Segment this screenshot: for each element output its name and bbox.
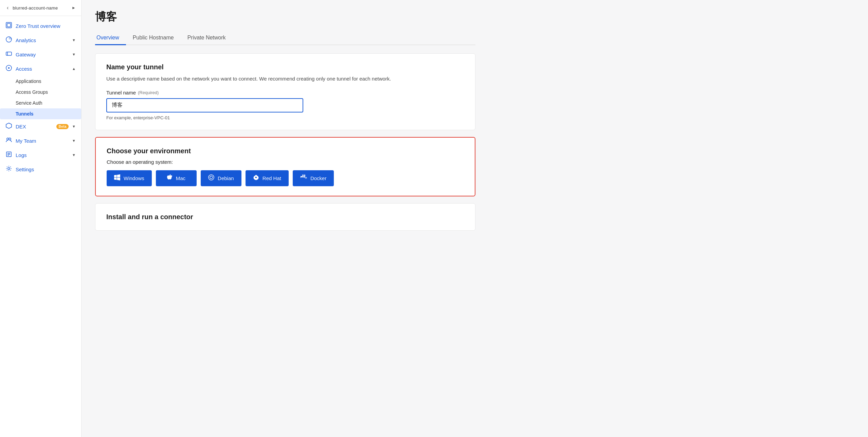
back-button[interactable]: ‹ <box>5 4 10 12</box>
sidebar: ‹ blurred-account-name ► Zero Trust over… <box>0 0 82 437</box>
svg-point-6 <box>8 67 10 69</box>
svg-rect-21 <box>304 175 305 176</box>
sidebar-item-service-auth[interactable]: Service Auth <box>0 98 81 108</box>
debian-label: Debian <box>218 175 234 181</box>
mac-label: Mac <box>176 175 185 181</box>
sidebar-item-zero-trust[interactable]: Zero Trust overview <box>0 19 81 33</box>
sidebar-item-tunnels[interactable]: Tunnels <box>0 108 81 119</box>
redhat-label: Red Hat <box>263 175 281 181</box>
field-hint: For example, enterprise-VPC-01 <box>106 115 464 120</box>
gateway-chevron: ▼ <box>72 52 76 56</box>
dex-chevron: ▼ <box>72 124 76 128</box>
expand-icon: ► <box>72 5 76 10</box>
svg-rect-1 <box>7 23 11 27</box>
svg-point-9 <box>9 138 11 140</box>
os-windows-button[interactable]: Windows <box>107 170 152 186</box>
svg-point-16 <box>210 176 213 179</box>
tunnels-label: Tunnels <box>16 111 34 117</box>
zero-trust-icon <box>5 22 12 30</box>
dex-icon <box>5 123 12 130</box>
docker-icon <box>300 174 307 182</box>
tabs: Overview Public Hostname Private Network <box>95 31 475 45</box>
tab-public-hostname[interactable]: Public Hostname <box>131 31 181 45</box>
my-team-icon <box>5 137 12 144</box>
sidebar-item-analytics-label: Analytics <box>16 37 69 43</box>
service-auth-label: Service Auth <box>16 100 42 106</box>
access-chevron: ▲ <box>72 67 76 71</box>
access-groups-label: Access Groups <box>16 89 48 95</box>
sidebar-item-access-groups[interactable]: Access Groups <box>0 87 81 98</box>
environment-title: Choose your environment <box>107 147 464 155</box>
page-title: 博客 <box>95 10 475 24</box>
main-content: 博客 Overview Public Hostname Private Netw… <box>82 0 868 437</box>
sidebar-item-access[interactable]: Access ▲ <box>0 62 81 76</box>
tunnel-name-card: Name your tunnel Use a descriptive name … <box>95 53 475 130</box>
logs-icon <box>5 151 12 159</box>
applications-label: Applications <box>16 78 41 84</box>
sidebar-item-logs[interactable]: Logs ▼ <box>0 148 81 162</box>
dex-beta-badge: Beta <box>56 124 69 129</box>
sidebar-item-zero-trust-label: Zero Trust overview <box>16 23 76 29</box>
sidebar-item-settings[interactable]: Settings <box>0 162 81 176</box>
environment-card: Choose your environment Choose an operat… <box>95 137 475 196</box>
gateway-icon <box>5 51 12 58</box>
windows-icon <box>114 174 120 182</box>
tunnel-field-label: Tunnel name (Required) <box>106 90 464 95</box>
sidebar-item-access-label: Access <box>16 66 69 72</box>
svg-marker-7 <box>6 123 12 128</box>
os-label: Choose an operating system: <box>107 159 464 165</box>
svg-point-14 <box>8 168 10 170</box>
redhat-icon <box>253 174 259 182</box>
sidebar-item-my-team-label: My Team <box>16 138 69 144</box>
access-icon <box>5 65 12 72</box>
account-name: blurred-account-name <box>13 5 69 11</box>
tunnel-name-input[interactable] <box>106 98 303 112</box>
os-buttons: Windows Mac Debian <box>107 170 464 186</box>
windows-label: Windows <box>124 175 144 181</box>
sidebar-item-dex[interactable]: DEX Beta ▼ <box>0 119 81 134</box>
sidebar-item-applications[interactable]: Applications <box>0 76 81 87</box>
analytics-icon <box>5 36 12 44</box>
os-redhat-button[interactable]: Red Hat <box>246 170 289 186</box>
logs-chevron: ▼ <box>72 153 76 157</box>
svg-point-8 <box>7 138 9 140</box>
svg-rect-17 <box>301 176 302 177</box>
tab-overview[interactable]: Overview <box>95 31 126 45</box>
svg-rect-19 <box>304 176 305 177</box>
install-title: Install and run a connector <box>106 213 464 221</box>
install-card: Install and run a connector <box>95 203 475 231</box>
sidebar-item-my-team[interactable]: My Team ▼ <box>0 134 81 148</box>
docker-label: Docker <box>310 175 327 181</box>
tunnel-name-title: Name your tunnel <box>106 63 464 71</box>
sidebar-item-gateway[interactable]: Gateway ▼ <box>0 47 81 62</box>
sidebar-nav: Zero Trust overview Analytics ▼ Gateway … <box>0 16 81 179</box>
sidebar-item-logs-label: Logs <box>16 152 69 158</box>
svg-rect-3 <box>6 52 12 55</box>
tab-private-network[interactable]: Private Network <box>186 31 233 45</box>
svg-rect-20 <box>302 175 304 176</box>
my-team-chevron: ▼ <box>72 139 76 143</box>
os-docker-button[interactable]: Docker <box>293 170 334 186</box>
mac-icon <box>167 174 173 182</box>
sidebar-item-analytics[interactable]: Analytics ▼ <box>0 33 81 47</box>
svg-rect-18 <box>302 176 304 177</box>
sidebar-item-dex-label: DEX <box>16 124 53 129</box>
field-required: (Required) <box>138 90 159 95</box>
os-mac-button[interactable]: Mac <box>156 170 197 186</box>
tunnel-name-desc: Use a descriptive name based on the netw… <box>106 75 464 83</box>
sidebar-header: ‹ blurred-account-name ► <box>0 0 81 16</box>
sidebar-item-gateway-label: Gateway <box>16 52 69 57</box>
os-debian-button[interactable]: Debian <box>201 170 241 186</box>
settings-icon <box>5 165 12 173</box>
svg-point-15 <box>209 175 214 180</box>
debian-icon <box>208 174 214 182</box>
sidebar-item-settings-label: Settings <box>16 167 76 172</box>
analytics-chevron: ▼ <box>72 38 76 42</box>
